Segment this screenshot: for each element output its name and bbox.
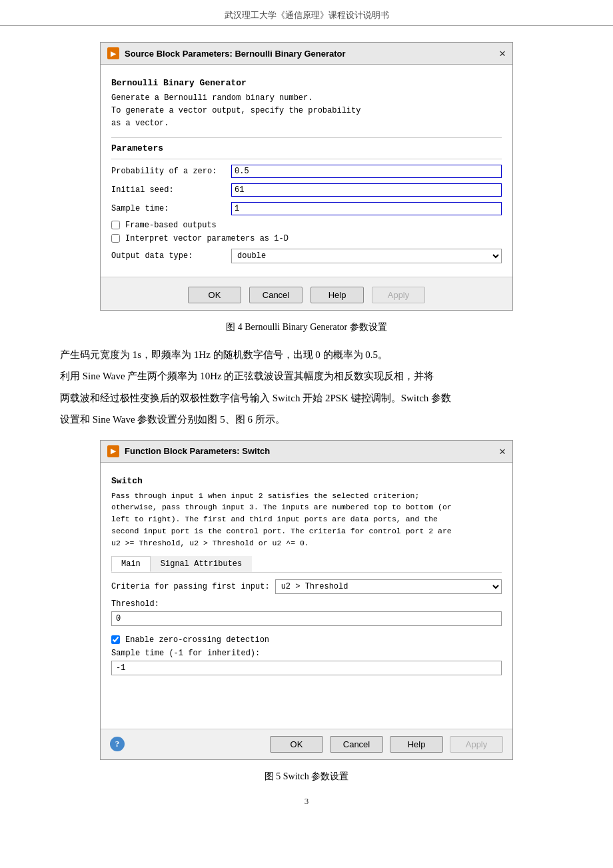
switch-subtitle: Switch [111,476,502,486]
seed-label: Initial seed: [111,185,231,195]
zero-crossing-checkbox[interactable] [111,635,120,644]
figure5-caption: 图 5 Switch 参数设置 [40,771,573,783]
empty-space [111,681,502,721]
threshold-section: Threshold: [111,599,502,631]
zero-crossing-row: Enable zero-crossing detection [111,635,502,645]
sample-label: Sample time: [111,204,231,213]
switch-close-button[interactable]: ✕ [499,445,506,458]
page-content: ▶ Source Block Parameters: Bernoulli Bin… [0,42,613,807]
switch-cancel-button[interactable]: Cancel [330,736,383,753]
output-type-label: Output data type: [111,251,231,261]
bernoulli-help-button[interactable]: Help [310,287,364,303]
sample-row: Sample time: [111,202,502,215]
switch-dialog-title: Function Block Parameters: Switch [125,446,270,456]
sample-time-section: Sample time (-1 for inherited): [111,649,502,681]
switch-icon: ▶ [107,445,119,457]
page-number: 3 [40,796,573,807]
sample-time-label: Sample time (-1 for inherited): [111,649,502,658]
bernoulli-close-button[interactable]: ✕ [499,47,506,60]
threshold-label: Threshold: [111,599,502,609]
frame-based-checkbox[interactable] [111,221,120,229]
bernoulli-buttons: OK Cancel Help Apply [101,277,512,310]
bernoulli-dialog: ▶ Source Block Parameters: Bernoulli Bin… [100,42,513,311]
switch-tab-bar: Main Signal Attributes [111,556,502,573]
bernoulli-separator1 [111,137,502,138]
criteria-label: Criteria for passing first input: [111,582,270,591]
tab-signal-attributes[interactable]: Signal Attributes [151,556,252,572]
bernoulli-params-label: Parameters [111,143,502,153]
switch-dialog: ▶ Function Block Parameters: Switch ✕ Sw… [100,440,513,760]
output-type-row: Output data type: double [111,249,502,263]
bernoulli-apply-button[interactable]: Apply [372,287,425,303]
prob-label: Probability of a zero: [111,167,231,176]
criteria-select[interactable]: u2 > Threshold u2 >= Threshold u2 ^= 0 [275,579,502,594]
zero-crossing-label: Enable zero-crossing detection [125,635,269,645]
bernoulli-icon: ▶ [107,47,119,59]
seed-input[interactable] [231,183,502,197]
sample-time-input[interactable] [111,661,502,675]
body-text-4: 设置和 Sine Wave 参数设置分别如图 5、图 6 所示。 [40,410,573,429]
switch-titlebar-left: ▶ Function Block Parameters: Switch [107,445,270,457]
figure4-caption: 图 4 Bernoulli Binary Generator 参数设置 [40,321,573,333]
bernoulli-titlebar: ▶ Source Block Parameters: Bernoulli Bin… [101,43,512,65]
header-title: 武汉理工大学《通信原理》课程设计说明书 [225,10,389,20]
bernoulli-cancel-button[interactable]: Cancel [249,287,303,303]
prob-input[interactable] [231,165,502,178]
tab-main[interactable]: Main [111,556,151,572]
bernoulli-separator2 [111,159,502,159]
switch-description: Pass through input 1 when input 2 satisf… [111,490,502,549]
checkbox1-label: Frame-based outputs [125,221,217,230]
switch-help-icon[interactable]: ? [110,737,125,751]
probability-row: Probability of a zero: [111,165,502,178]
bernoulli-ok-button[interactable]: OK [188,287,241,303]
page-header: 武汉理工大学《通信原理》课程设计说明书 [0,0,613,26]
bernoulli-dialog-title: Source Block Parameters: Bernoulli Binar… [125,49,346,59]
switch-dialog-body: Switch Pass through input 1 when input 2… [101,463,512,729]
threshold-input[interactable] [111,611,502,626]
switch-help-button[interactable]: Help [390,736,443,753]
bernoulli-titlebar-left: ▶ Source Block Parameters: Bernoulli Bin… [107,47,346,59]
sample-input[interactable] [231,202,502,215]
output-type-select[interactable]: double [231,249,502,263]
switch-dialog-footer: ? OK Cancel Help Apply [101,729,512,759]
bernoulli-subtitle: Bernoulli Binary Generator [111,78,502,88]
criteria-row: Criteria for passing first input: u2 > T… [111,579,502,594]
interpret-vector-checkbox[interactable] [111,234,120,243]
checkbox2-label: Interpret vector parameters as 1-D [125,234,289,243]
body-text-2: 利用 Sine Wave 产生两个频率为 10Hz 的正弦载波设置其幅度为相反数… [40,367,573,386]
body-text-3: 两载波和经过极性变换后的双极性数字信号输入 Switch 开始 2PSK 键控调… [40,389,573,408]
switch-ok-button[interactable]: OK [270,736,323,753]
seed-row: Initial seed: [111,183,502,197]
switch-apply-button[interactable]: Apply [450,736,503,753]
body-text-1: 产生码元宽度为 1s，即频率为 1Hz 的随机数字信号，出现 0 的概率为 0.… [40,345,573,365]
checkbox2-row: Interpret vector parameters as 1-D [111,234,502,243]
bernoulli-description: Generate a Bernoulli random binary numbe… [111,92,502,131]
switch-titlebar: ▶ Function Block Parameters: Switch ✕ [101,441,512,463]
bernoulli-dialog-body: Bernoulli Binary Generator Generate a Be… [101,65,512,277]
switch-footer-buttons: OK Cancel Help Apply [270,736,503,753]
checkbox1-row: Frame-based outputs [111,221,502,230]
